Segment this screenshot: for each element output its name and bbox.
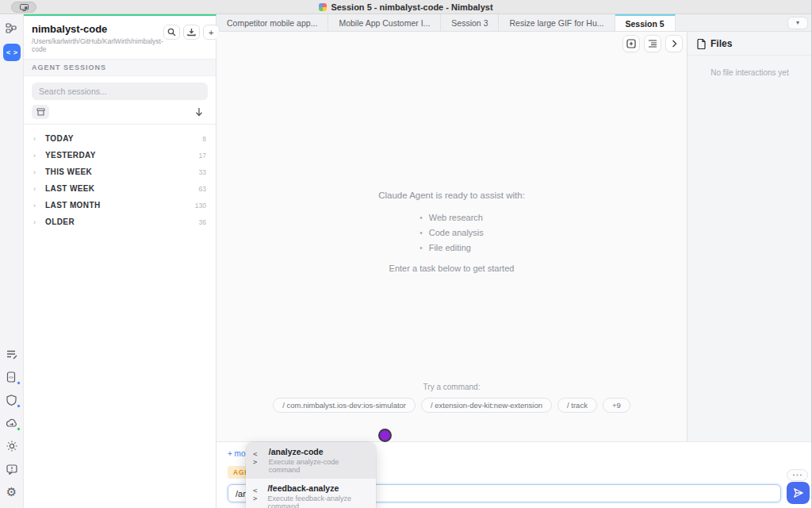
search-sessions-input[interactable] [32,83,208,100]
autocomplete-description: Execute feedback-analyze command [267,495,368,508]
command-chip-ios-simulator[interactable]: / com.nimbalyst.ios-dev:ios-simulator [273,398,416,413]
filter-row [32,105,208,119]
search-wrap [32,83,208,100]
tabbar-filler [676,14,787,31]
titlebar: Session 5 - nimbalyst-code - Nimbalyst [0,0,812,14]
welcome-title: Claude Agent is ready to assist with: [216,190,687,200]
collapse-panel-button[interactable] [665,35,683,52]
tab-session-5[interactable]: Session 5 [615,14,676,31]
chevron-down-icon: ▾ [796,19,799,26]
session-groups: › TODAY 8 › YESTERDAY 17 › THIS WEEK 33 … [24,125,216,230]
capability-item: Code analysis [419,225,484,241]
files-empty-message: No file interactions yet [688,68,812,77]
capabilities-list: Web research Code analysis File editing [419,210,484,256]
sun-icon[interactable] [4,438,20,454]
tab-competitor-mobile-app[interactable]: Competitor mobile app... [216,14,328,31]
session-group-last-week[interactable]: › LAST WEEK 63 [24,180,216,197]
session-group-last-month[interactable]: › LAST MONTH 130 [24,197,216,214]
tab-mobile-app-customer[interactable]: Mobile App Customer I... [328,14,441,31]
autocomplete-item-feedback-analyze[interactable]: < > /feedback-analyze Execute feedback-a… [246,479,376,508]
command-chip-new-extension[interactable]: / extension-dev-kit:new-extension [421,398,552,413]
notes-edit-icon[interactable] [4,346,20,362]
group-count: 63 [199,185,206,193]
chat-toolbar [622,35,683,52]
tab-list-dropdown-button[interactable]: ▾ [787,17,808,29]
filter-button[interactable] [32,105,49,119]
session-group-older[interactable]: › OLDER 36 [24,214,216,230]
code-icon[interactable]: < > [3,44,21,61]
shield-icon[interactable] [4,392,20,408]
group-count: 8 [202,135,206,143]
square-plus-icon [626,39,636,48]
monitor-user-icon [20,4,29,11]
archive-box-icon [36,108,45,116]
status-dot [17,427,21,431]
files-panel: Files No file interactions yet [687,32,812,441]
plus-icon: + [209,28,213,37]
send-icon [793,487,804,498]
autocomplete-description: Execute analyze-code command [269,458,368,474]
autocomplete-item-text: /analyze-code Execute analyze-code comma… [269,447,368,474]
capability-item: Web research [419,210,484,225]
project-name: nimbalyst-code [32,23,163,35]
group-count: 36 [199,218,206,226]
list-icon [648,40,657,48]
feedback-icon[interactable] [4,461,20,477]
session-group-today[interactable]: › TODAY 8 [24,130,216,147]
chevron-right-icon: › [33,152,41,160]
autocomplete-item-text: /feedback-analyze Execute feedback-analy… [267,483,368,508]
more-icon [792,474,802,476]
command-autocomplete: < > /analyze-code Execute analyze-code c… [246,442,376,508]
notification-dot [17,404,21,408]
chevron-right-icon: › [33,202,41,210]
chevron-right-icon: › [33,185,41,193]
download-icon [187,28,196,37]
search-button[interactable] [163,25,180,40]
try-command-label: Try a command: [216,383,687,391]
files-panel-header: Files [688,32,812,56]
import-button[interactable] [183,25,200,40]
welcome-footer: Enter a task below to get started [216,264,687,273]
send-button[interactable] [787,482,810,504]
more-options-button[interactable] [787,469,808,481]
session-group-yesterday[interactable]: › YESTERDAY 17 [24,147,216,164]
autocomplete-item-analyze-code[interactable]: < > /analyze-code Execute analyze-code c… [246,442,376,479]
agent-cursor-indicator [378,429,392,442]
workflow-icon[interactable] [4,21,20,37]
session-group-this-week[interactable]: › THIS WEEK 33 [24,164,216,180]
chat-area: Claude Agent is ready to assist with: We… [216,32,687,441]
sort-button[interactable] [190,105,208,119]
icon-rail: < > <> ⚙ [0,14,24,508]
chevron-right-icon: › [33,218,41,226]
chevron-right-icon: › [33,135,41,143]
code-icon: < > [253,487,262,502]
chevron-right-icon: › [33,168,41,176]
svg-text:<>: <> [9,375,13,379]
gear-icon[interactable]: ⚙ [4,484,20,500]
project-path: /Users/karlwirth/GitHub/KarlWirth/nimbal… [32,37,163,53]
cloud-sync-icon[interactable] [4,415,20,431]
command-chip-track[interactable]: / track [557,398,597,413]
code-icon: < > [253,450,263,466]
tab-session-3[interactable]: Session 3 [441,14,499,31]
command-chip-more-count[interactable]: +9 [603,398,630,413]
try-command-block: Try a command: / com.nimbalyst.ios-dev:i… [216,383,687,413]
autocomplete-command: /analyze-code [269,447,368,456]
window-title: Session 5 - nimbalyst-code - Nimbalyst [331,2,492,12]
app-icon [319,3,327,11]
search-icon [167,28,176,37]
chevron-right-icon [672,40,677,48]
file-icon [697,39,706,49]
agent-sessions-label: AGENT SESSIONS [24,59,216,76]
files-panel-title: Files [710,38,732,49]
new-window-button[interactable] [622,35,640,52]
screen-share-button[interactable] [11,2,36,13]
arrow-down-icon [195,107,203,117]
welcome-message: Claude Agent is ready to assist with: We… [216,190,687,273]
device-code-icon[interactable]: <> [4,369,20,385]
sidebar-actions: + [163,23,220,53]
tab-resize-large-gif[interactable]: Resize large GIF for Hu... [499,14,615,31]
tab-bar: Competitor mobile app... Mobile App Cust… [216,14,812,32]
outline-view-button[interactable] [644,35,661,52]
sidebar-header: nimbalyst-code /Users/karlwirth/GitHub/K… [24,16,216,59]
